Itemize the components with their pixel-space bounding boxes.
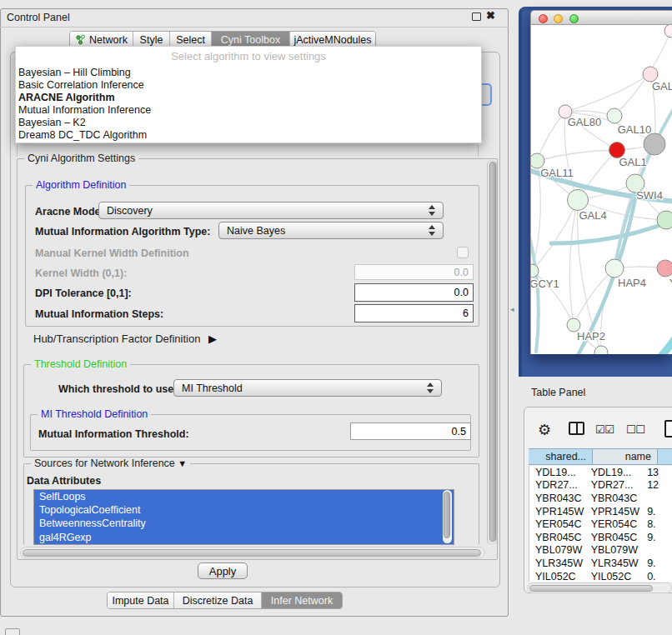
node-gal10[interactable] (607, 108, 622, 123)
table-row[interactable]: YIL052CYIL052C0. (529, 570, 672, 582)
table-cell[interactable]: YLR345W (585, 558, 642, 569)
table-cell[interactable]: YBL079W (585, 544, 642, 556)
table-cell[interactable]: YLR345W (529, 558, 585, 569)
dpi-tolerance-field[interactable] (354, 283, 474, 302)
bottom-left-button[interactable] (5, 628, 20, 635)
table-cell[interactable]: YIL052C (585, 571, 642, 582)
edge-gal11-rednode[interactable] (537, 150, 617, 161)
table-cell[interactable]: YER054C (585, 518, 642, 530)
mi-type-combobox[interactable]: Naive Bayes (218, 222, 444, 239)
highlighted-edge-3[interactable] (531, 230, 539, 352)
table-cell[interactable]: YBL079W (529, 544, 585, 556)
kernel-width-field[interactable] (354, 264, 474, 280)
settings-vertical-scrollbar-track[interactable] (487, 160, 497, 545)
split-pane-collapse-icon[interactable]: ◂ (510, 305, 514, 313)
collapse-down-icon[interactable]: ▼ (178, 458, 187, 468)
table-cell[interactable]: YPR145W (585, 506, 642, 518)
attributes-scrollbar-track[interactable] (443, 490, 452, 543)
table-cell[interactable]: YIL052C (529, 571, 585, 582)
node-botnode[interactable] (594, 346, 608, 354)
table-row[interactable]: YDR27...YDR27...12 (529, 479, 672, 492)
network-graph[interactable]: GAL80GAL10GAL1GAL11GAL4SWI4GCY1HAP4YHAP2… (531, 25, 672, 354)
mi-steps-field[interactable] (354, 304, 474, 322)
algorithm-option-basic-correlation-inference[interactable]: Basic Correlation Inference (18, 79, 479, 92)
table-cell[interactable]: YPR145W (529, 506, 585, 518)
manual-kernel-checkbox[interactable] (457, 247, 469, 258)
table-cell[interactable]: 0. (641, 571, 672, 582)
table-cell[interactable]: YDR27... (529, 479, 585, 491)
algorithm-option-mutual-information-inference[interactable]: Mutual Information Inference (18, 104, 479, 117)
which-threshold-combobox[interactable]: MI Threshold (173, 379, 442, 397)
table-cell[interactable]: YDL19... (585, 467, 642, 478)
close-icon[interactable]: ✖ (486, 9, 495, 22)
column-header-shared[interactable]: shared... (529, 448, 593, 465)
table-cell[interactable]: YDL19... (529, 467, 585, 478)
network-canvas[interactable]: GAL80GAL10GAL1GAL11GAL4SWI4GCY1HAP4YHAP2… (530, 25, 672, 354)
node-hap4[interactable] (605, 259, 624, 278)
table-cell[interactable]: 12 (641, 479, 672, 491)
settings-vertical-scrollbar-thumb[interactable] (489, 162, 496, 542)
edge-hap4-hap2[interactable] (574, 268, 614, 325)
column-layout-icon[interactable] (569, 422, 584, 435)
table-cell[interactable]: YER054C (529, 518, 585, 530)
node-gal4[interactable] (568, 190, 589, 211)
attributes-scrollbar-thumb[interactable] (444, 492, 450, 538)
table-row[interactable]: YER054CYER054C8. (529, 518, 672, 531)
aracne-mode-combobox[interactable]: Discovery (98, 202, 444, 219)
table-cell[interactable]: YBR043C (529, 492, 585, 504)
settings-horizontal-scrollbar-track[interactable] (20, 547, 485, 558)
table-cell[interactable]: YBR043C (585, 492, 642, 504)
attribute-item-topologicalcoefficient[interactable]: TopologicalCoefficient (34, 503, 454, 517)
data-attributes-list[interactable]: SelfLoopsTopologicalCoefficientBetweenne… (33, 489, 454, 545)
node-topcut[interactable] (664, 25, 672, 38)
settings-horizontal-scrollbar-thumb[interactable] (23, 549, 481, 557)
gear-icon[interactable]: ⚙ (538, 421, 551, 439)
column-header-clipped[interactable] (658, 448, 672, 465)
table-row[interactable]: YPR145WYPR145W9. (529, 505, 672, 518)
control-panel-titlebar[interactable] (0, 8, 509, 28)
edge-gal80-gal11[interactable] (537, 112, 565, 161)
bottom-tab-discretize-data[interactable]: Discretize Data (174, 592, 262, 608)
table-row[interactable]: YBR043CYBR043C (529, 492, 672, 505)
table-row[interactable]: YDL19...YDL19...13 (529, 466, 672, 479)
deselect-all-checkboxes-icon[interactable]: ☐ ☐ (626, 423, 644, 436)
mi-threshold-field[interactable] (350, 422, 471, 440)
close-traffic-light-icon[interactable] (539, 14, 548, 23)
table-row[interactable]: YBR045CYBR045C9. (529, 531, 672, 544)
bottom-tab-infer-network[interactable]: Infer Network (262, 592, 342, 608)
table-row[interactable]: YBL079WYBL079W (529, 544, 672, 558)
table-cell[interactable]: 8. (641, 518, 672, 530)
zoom-traffic-light-icon[interactable] (569, 14, 579, 23)
algorithm-option-aracne-algorithm[interactable]: ARACNE Algorithm (18, 92, 479, 104)
highlighted-edge-5[interactable] (614, 332, 672, 354)
table-row[interactable]: YLR345WYLR345W9. (529, 557, 672, 570)
node-graynode[interactable] (644, 133, 665, 155)
bottom-tab-impute-data[interactable]: Impute Data (108, 592, 174, 608)
table-horizontal-scrollbar-thumb[interactable] (529, 585, 653, 592)
algorithm-option-bayesian-k2[interactable]: Bayesian – K2 (18, 117, 479, 129)
algorithm-option-bayesian-hill-climbing[interactable]: Bayesian – Hill Climbing (18, 67, 479, 79)
column-header-name[interactable]: name (593, 448, 658, 465)
attribute-item-selfloops[interactable]: SelfLoops (34, 490, 454, 503)
float-window-icon[interactable] (472, 12, 481, 21)
attribute-item-gal4rgexp[interactable]: gal4RGexp (34, 531, 454, 544)
new-table-icon[interactable] (664, 420, 672, 438)
node-pinknode[interactable] (657, 260, 672, 277)
node-swi4[interactable] (657, 211, 672, 229)
table-cell[interactable]: YBR045C (529, 532, 585, 543)
apply-button[interactable]: Apply (198, 562, 248, 579)
network-window-titlebar[interactable] (530, 10, 672, 25)
minimize-traffic-light-icon[interactable] (554, 14, 563, 23)
select-all-checkboxes-icon[interactable]: ☑ ☑ (595, 423, 613, 436)
table-cell[interactable]: 13 (641, 467, 672, 478)
table-cell[interactable]: YDR27... (585, 479, 642, 491)
algorithm-option-dream8-dc-tdc-algorithm[interactable]: Dream8 DC_TDC Algorithm (18, 129, 479, 142)
table-cell[interactable]: 9. (641, 506, 672, 518)
table-cell[interactable]: 9. (641, 532, 672, 543)
attribute-item-betweennesscentrality[interactable]: BetweennessCentrality (34, 517, 454, 530)
hub-definition-toggle[interactable]: Hub/Transcription Factor Definition ▶ (33, 332, 217, 345)
table-cell[interactable]: YBR045C (585, 532, 642, 543)
highlighted-edge-1[interactable] (551, 218, 672, 243)
edge-gal4-hap2[interactable] (569, 200, 578, 325)
table-horizontal-scrollbar-track[interactable] (527, 582, 672, 593)
